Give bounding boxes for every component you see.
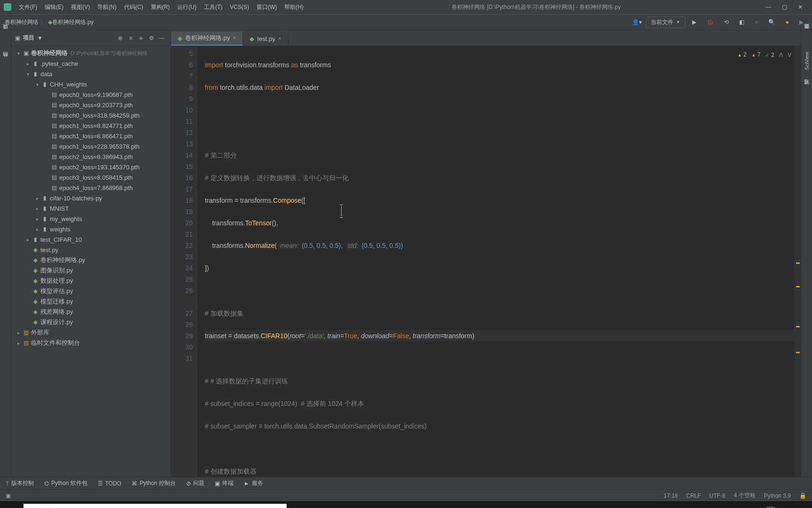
- menu-code[interactable]: 代码(C): [120, 3, 147, 11]
- taskbar-app-icon[interactable]: ▣: [407, 504, 425, 508]
- line-number-gutter[interactable]: 5678910111213141516171819202122232425262…: [171, 46, 197, 477]
- hide-button[interactable]: —: [156, 35, 167, 41]
- folder-data[interactable]: ▾▮data: [11, 69, 171, 79]
- file-epoch3-a[interactable]: ▤epoch3_loss=8.058415.pth: [11, 172, 171, 183]
- scratches-consoles[interactable]: ▸▧临时文件和控制台: [11, 338, 171, 348]
- explorer-icon[interactable]: ▮: [348, 504, 366, 508]
- menu-edit[interactable]: 编辑(E): [41, 3, 67, 11]
- chevron-right-icon[interactable]: ▸: [34, 216, 40, 222]
- profile-button[interactable]: ◧: [735, 17, 748, 27]
- menu-file[interactable]: 文件(F): [15, 3, 41, 11]
- file-epoch2-a[interactable]: ▤epoch2_loss=8.386943.pth: [11, 151, 171, 162]
- file-epoch4-a[interactable]: ▤epoch4_loss=7.868968.pth: [11, 183, 171, 193]
- pycharm-icon[interactable]: ▣: [466, 504, 484, 508]
- collapse-all-button[interactable]: ≑: [136, 35, 146, 41]
- menu-window[interactable]: 窗口(W): [253, 3, 281, 11]
- wechat-icon[interactable]: ☁: [446, 504, 464, 508]
- problems-tool-button[interactable]: ⊘问题: [186, 479, 204, 487]
- typos-count[interactable]: 2: [765, 49, 774, 61]
- expand-all-button[interactable]: ≡: [125, 35, 136, 41]
- line-separator[interactable]: CRLF: [686, 492, 701, 499]
- chevron-right-icon[interactable]: ▸: [34, 206, 40, 211]
- terminal-tool-button[interactable]: ▣终端: [215, 479, 234, 487]
- chevron-down-icon[interactable]: ▾: [34, 82, 40, 87]
- nav-up-icon[interactable]: ᐱ: [779, 49, 783, 61]
- folder-my-weights[interactable]: ▸▮my_weights: [11, 214, 171, 224]
- settings-button[interactable]: ⚙: [146, 35, 156, 41]
- reader-mode-icon[interactable]: 🔒: [799, 492, 806, 499]
- file-course-design-py[interactable]: ◆课程设计.py: [11, 317, 171, 327]
- start-button[interactable]: ⊞: [3, 504, 22, 508]
- file-data-proc-py[interactable]: ◆数据处理.py: [11, 276, 171, 286]
- file-epoch0-b[interactable]: ▤epoch0_loss=9.203773.pth: [11, 100, 171, 110]
- nav-down-icon[interactable]: ᐯ: [788, 49, 791, 61]
- warnings-count[interactable]: 2: [737, 49, 747, 61]
- chevron-right-icon[interactable]: ▸: [15, 341, 22, 346]
- chevron-right-icon[interactable]: ▸: [34, 196, 40, 201]
- folder-cifar[interactable]: ▸▮cifar-10-batches-py: [11, 193, 171, 203]
- python-packages-button[interactable]: ⌬Python 软件包: [44, 479, 87, 487]
- file-test-py[interactable]: ◆test.py: [11, 245, 171, 255]
- folder-mnist[interactable]: ▸▮MNIST: [11, 203, 171, 214]
- close-tab-icon[interactable]: ×: [278, 35, 281, 42]
- code-editor[interactable]: 2 7 2 ᐱ ᐯ 567891011121314151617181920212…: [171, 46, 801, 477]
- menu-run[interactable]: 运行(U): [173, 3, 200, 11]
- project-tree[interactable]: ▾ ▣ 卷积神经网络 D:\Python\机器学习\卷积神经网络 ▸▮.pyte…: [11, 46, 171, 477]
- menu-help[interactable]: 帮助(H): [281, 3, 307, 11]
- coverage-button[interactable]: ⟲: [720, 17, 733, 27]
- breadcrumb-root[interactable]: 卷积神经网络: [5, 18, 39, 26]
- select-opened-file-button[interactable]: ⊕: [115, 35, 125, 41]
- chevron-down-icon[interactable]: ▼: [37, 35, 43, 41]
- firefox-icon[interactable]: ◉: [387, 504, 405, 508]
- file-encoding[interactable]: UTF-8: [710, 492, 726, 499]
- taskbar-app-icon[interactable]: ▤: [506, 504, 523, 508]
- menu-refactor[interactable]: 重构(R): [147, 3, 174, 11]
- taskbar-search[interactable]: 🔍 搜索: [23, 504, 287, 508]
- folder-weights[interactable]: ▸▮weights: [11, 224, 171, 234]
- chevron-right-icon[interactable]: ▸: [34, 227, 40, 232]
- chevron-right-icon[interactable]: ▸: [24, 61, 31, 66]
- tool-windows-button[interactable]: ▣: [6, 492, 11, 499]
- file-epoch1-a[interactable]: ▤epoch1_loss=8.824771.pth: [11, 120, 171, 131]
- code-content[interactable]: import torchvision.transforms as transfo…: [197, 46, 794, 477]
- stop-button[interactable]: ■: [751, 17, 762, 27]
- breadcrumb-file[interactable]: 卷积神经网络.py: [52, 18, 94, 26]
- run-button[interactable]: ▶: [688, 17, 700, 27]
- chevron-down-icon[interactable]: ▾: [24, 71, 31, 77]
- sciview-tool-button[interactable]: SciView: [804, 52, 810, 70]
- file-model-transfer-py[interactable]: ◆模型迁移.py: [11, 296, 171, 307]
- edge-icon[interactable]: ◉: [328, 504, 346, 508]
- services-tool-button[interactable]: ►服务: [244, 479, 263, 487]
- indent-setting[interactable]: 4 个空格: [734, 492, 756, 500]
- file-epoch1-b[interactable]: ▤epoch1_loss=8.866471.pth: [11, 131, 171, 141]
- taskbar-app-icon[interactable]: ♪: [427, 504, 445, 508]
- search-everywhere-button[interactable]: 🔍: [765, 17, 779, 27]
- menu-view[interactable]: 视图(V): [67, 3, 94, 11]
- user-icon[interactable]: 👤▾: [628, 17, 646, 27]
- chevron-right-icon[interactable]: ▸: [24, 237, 31, 242]
- file-epoch1-c[interactable]: ▤epoch1_loss=228.965378.pth: [11, 141, 171, 151]
- close-button[interactable]: ✕: [797, 4, 804, 10]
- menu-navigate[interactable]: 导航(N): [94, 3, 120, 11]
- external-libraries[interactable]: ▸▥外部库: [11, 327, 171, 338]
- file-epoch2-b[interactable]: ▤epoch2_loss=193.145370.pth: [11, 162, 171, 172]
- folder-test-cifar[interactable]: ▸▮test_CIFAR_10: [11, 234, 171, 245]
- marketplace-icon[interactable]: ▶: [796, 17, 807, 27]
- ide-update-icon[interactable]: ●: [782, 17, 793, 27]
- chevron-right-icon[interactable]: ▸: [15, 330, 22, 335]
- file-resnet-py[interactable]: ◆残差网络.py: [11, 307, 171, 317]
- taskbar-app-icon[interactable]: ◧: [308, 504, 326, 508]
- weak-warnings-count[interactable]: 7: [751, 49, 761, 61]
- caret-position[interactable]: 17:18: [664, 492, 678, 499]
- project-root[interactable]: ▾ ▣ 卷积神经网络 D:\Python\机器学习\卷积神经网络: [11, 48, 171, 58]
- tab-cnn-py[interactable]: ◆ 卷积神经网络.py ×: [171, 32, 243, 46]
- vcs-tool-button[interactable]: ᛘ版本控制: [6, 479, 34, 487]
- taskbar-app-icon[interactable]: ▤: [486, 504, 504, 508]
- todo-tool-button[interactable]: ☰TODO: [98, 480, 121, 487]
- debug-button[interactable]: 🐞: [703, 17, 718, 27]
- error-stripe[interactable]: [794, 46, 801, 477]
- maximize-button[interactable]: ▢: [781, 4, 788, 10]
- menu-tools[interactable]: 工具(T): [200, 3, 226, 11]
- file-epoch0-c[interactable]: ▤epoch0_loss=318.584259.pth: [11, 110, 171, 120]
- file-model-eval-py[interactable]: ◆模型评估.py: [11, 286, 171, 296]
